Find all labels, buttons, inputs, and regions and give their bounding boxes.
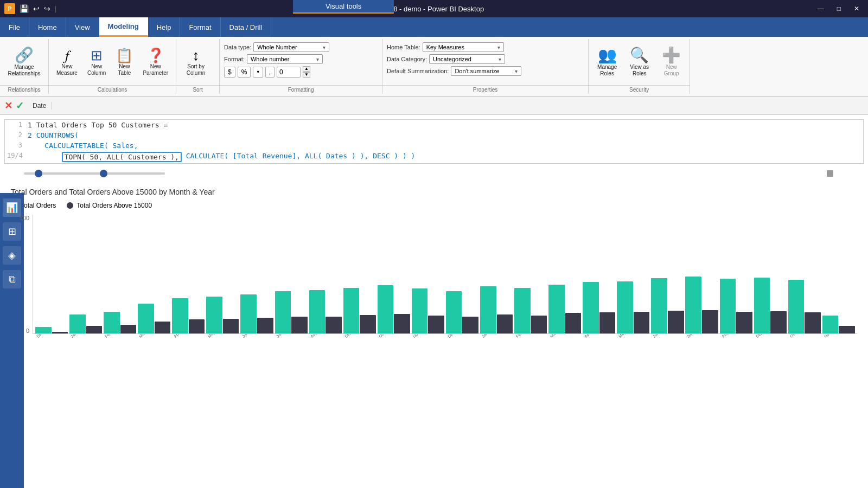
x-label-13: Jan 2018 xyxy=(480,334,507,339)
x-label-15: Mar 2018 xyxy=(548,334,575,339)
y-label-0: 0 xyxy=(11,328,29,334)
new-column-button[interactable]: ⊞ NewColumn xyxy=(83,46,110,79)
new-parameter-button[interactable]: ❓ NewParameter xyxy=(138,46,173,79)
bar-dark-7 xyxy=(291,317,308,333)
formula-cancel-button[interactable]: ✕ xyxy=(4,101,12,111)
menu-home[interactable]: Home xyxy=(29,17,66,37)
code-editor: 1 1 Total Orders Top 50 Customers = 2 2 … xyxy=(4,119,864,164)
sort-by-column-label: Sort byColumn xyxy=(187,63,205,76)
ribbon-group-calculations: 𝑓 NewMeasure ⊞ NewColumn 📋 NewTable ❓ Ne… xyxy=(49,39,176,94)
manage-relationships-label: ManageRelationships xyxy=(8,64,40,77)
bar-teal-9 xyxy=(343,288,360,333)
home-table-row: Home Table: Key Measures ▾ xyxy=(387,42,584,52)
quick-access-save[interactable]: 💾 xyxy=(20,4,29,13)
formula-confirm-button[interactable]: ✓ xyxy=(16,101,24,111)
slider-thumb-left[interactable] xyxy=(35,170,42,177)
x-label-3: Mar 2017 xyxy=(137,334,164,339)
format-number-input[interactable] xyxy=(277,67,301,78)
manage-roles-label: ManageRoles xyxy=(597,64,617,77)
sort-by-column-button[interactable]: ↕ Sort byColumn xyxy=(180,46,212,79)
ribbon-group-label-security: Security xyxy=(589,85,690,94)
bar-dark-21 xyxy=(770,311,787,333)
sidebar-icon-report[interactable]: 📊 xyxy=(3,198,21,217)
bar-group-23 xyxy=(822,316,855,333)
percent-button[interactable]: % xyxy=(238,67,251,78)
y-label-500: 500 xyxy=(11,215,29,221)
bar-teal-2 xyxy=(104,312,120,333)
chart-area: Total Orders and Total Orders Above 1500… xyxy=(0,181,868,488)
manage-relationships-button[interactable]: 🔗 ManageRelationships xyxy=(4,46,43,79)
bar-teal-20 xyxy=(720,279,736,333)
bar-teal-11 xyxy=(412,288,428,333)
data-type-row: Data type: Whole Number ▾ xyxy=(224,42,378,52)
window-close[interactable]: ✕ xyxy=(850,5,864,12)
home-table-arrow: ▾ xyxy=(497,44,500,50)
code-text-4-prefix xyxy=(28,152,62,160)
bar-dark-17 xyxy=(634,312,650,333)
default-summarization-row: Default Summarization: Don't summarize ▾ xyxy=(387,66,584,76)
chart-title: Total Orders and Total Orders Above 1500… xyxy=(11,188,857,196)
new-parameter-label: NewParameter xyxy=(143,63,168,76)
quick-access-undo[interactable]: ↩ xyxy=(33,4,40,13)
code-text-3[interactable]: CALCULATETABLE( Sales, xyxy=(28,142,138,150)
format-label: Format: xyxy=(224,56,245,62)
home-table-label: Home Table: xyxy=(387,44,420,50)
decimal-button[interactable]: • xyxy=(253,67,263,78)
menu-help[interactable]: Help xyxy=(148,17,181,37)
new-table-button[interactable]: 📋 NewTable xyxy=(111,46,137,79)
sort-by-column-icon: ↕ xyxy=(193,48,200,62)
bar-group-11 xyxy=(412,288,444,333)
format-dropdown[interactable]: Whole number ▾ xyxy=(247,54,323,64)
menu-format[interactable]: Format xyxy=(180,17,220,37)
menu-view[interactable]: View xyxy=(66,17,99,37)
slider-track[interactable] xyxy=(24,172,165,175)
bar-group-19 xyxy=(685,277,718,333)
spinner-up[interactable]: ▲ xyxy=(303,66,310,72)
number-spinner[interactable]: ▲ ▼ xyxy=(303,66,310,78)
bar-teal-3 xyxy=(138,304,154,333)
manage-roles-button[interactable]: 👥 ManageRoles xyxy=(592,46,622,79)
bar-teal-18 xyxy=(651,278,667,333)
bar-group-6 xyxy=(240,294,273,333)
bar-teal-14 xyxy=(514,288,531,333)
quick-access-redo[interactable]: ↪ xyxy=(44,4,50,13)
legend-label-dark: Total Orders Above 15000 xyxy=(76,202,152,209)
view-as-roles-icon: 🔍 xyxy=(630,48,649,63)
view-as-roles-button[interactable]: 🔍 View asRoles xyxy=(624,46,654,79)
code-text-2[interactable]: 2 COUNTROWS( xyxy=(28,131,79,139)
bar-dark-1 xyxy=(86,326,103,333)
code-text-1[interactable]: 1 Total Orders Top 50 Customers = xyxy=(28,121,168,129)
x-label-7: Jul 2017 xyxy=(275,334,301,339)
bar-group-4 xyxy=(172,298,205,333)
currency-button[interactable]: $ xyxy=(224,67,235,78)
slider-thumb-right[interactable] xyxy=(100,170,107,177)
bar-teal-17 xyxy=(617,281,633,333)
new-parameter-icon: ❓ xyxy=(147,48,164,62)
window-minimize[interactable]: — xyxy=(813,5,828,12)
spinner-down[interactable]: ▼ xyxy=(303,72,310,78)
x-label-14: Feb 2018 xyxy=(514,334,541,339)
menu-file[interactable]: File xyxy=(0,17,29,37)
resize-handle[interactable] xyxy=(827,170,833,177)
data-category-dropdown[interactable]: Uncategorized ▾ xyxy=(429,54,505,64)
code-highlighted-segment[interactable]: TOPN( 50, ALL( Customers ), xyxy=(62,152,182,162)
window-maximize[interactable]: □ xyxy=(833,5,845,12)
new-group-icon: ➕ xyxy=(662,48,681,63)
bar-group-8 xyxy=(309,290,342,333)
ribbon-group-security: 👥 ManageRoles 🔍 View asRoles ➕ NewGroup … xyxy=(589,39,690,94)
new-table-icon: 📋 xyxy=(116,48,133,62)
new-measure-button[interactable]: 𝑓 NewMeasure xyxy=(52,46,82,79)
menu-modeling[interactable]: Modeling xyxy=(99,17,148,37)
main-content: ✕ ✓ Date 1 1 Total Orders Top 50 Custome… xyxy=(0,97,868,488)
ribbon-group-whatif: ↕ Sort byColumn Sort xyxy=(176,39,220,94)
new-group-button[interactable]: ➕ NewGroup xyxy=(656,46,686,79)
bar-group-22 xyxy=(788,280,821,333)
home-table-dropdown[interactable]: Key Measures ▾ xyxy=(423,42,504,52)
bar-group-0 xyxy=(35,327,68,333)
data-type-value: Whole Number xyxy=(257,44,297,50)
data-type-dropdown[interactable]: Whole Number ▾ xyxy=(253,42,329,52)
menu-data-drill[interactable]: Data / Drill xyxy=(221,17,272,37)
bar-teal-10 xyxy=(378,285,394,333)
default-summ-dropdown[interactable]: Don't summarize ▾ xyxy=(451,66,521,76)
comma-button[interactable]: , xyxy=(265,67,275,78)
